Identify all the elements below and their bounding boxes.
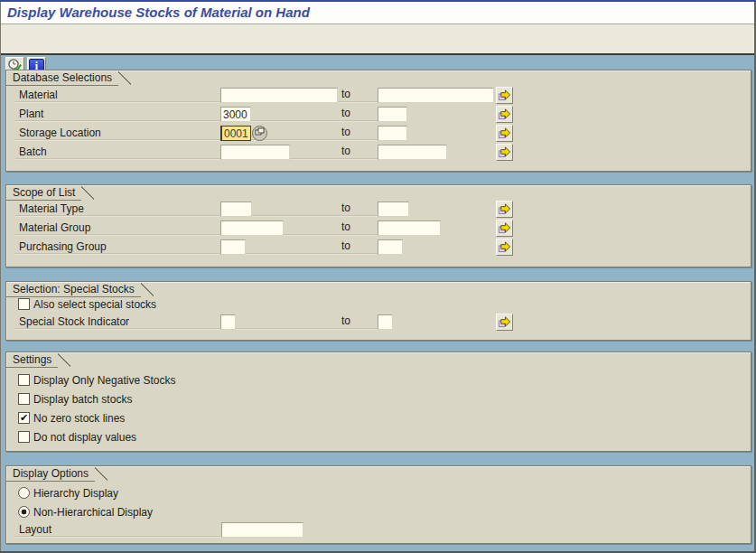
checkbox-label: Also select special stocks [33, 298, 156, 311]
field-row: Batchto [6, 145, 751, 160]
field-row: Hierarchy Display [6, 487, 751, 500]
field-row: Do not display values [6, 431, 751, 444]
checkbox-label: Display Only Negative Stocks [33, 374, 175, 387]
batch-to-input[interactable] [378, 145, 447, 160]
checkbox-label: Display batch stocks [33, 393, 132, 406]
multiple-selection-arrow-icon [498, 220, 511, 237]
group-box-display-options: Display OptionsHierarchy DisplayNon-Hier… [5, 465, 751, 544]
material-multiple-selection-button[interactable] [496, 87, 513, 104]
field-label: Material Group [19, 220, 90, 235]
field-label: Layout [19, 522, 51, 537]
group-tab-diagonal [58, 352, 70, 367]
field-row: Display batch stocks [6, 393, 751, 406]
material-from-input[interactable] [220, 88, 338, 103]
plant-to-input[interactable] [378, 107, 407, 122]
material-group-to-input[interactable] [378, 220, 441, 236]
to-label: to [341, 88, 350, 101]
storage-location-from-input[interactable] [220, 126, 251, 141]
batch-from-input[interactable] [220, 145, 290, 160]
material-group-multiple-selection-button[interactable] [496, 220, 513, 237]
purchasing-group-to-input[interactable] [378, 239, 403, 255]
field-row: ✔No zero stock lines [6, 412, 751, 425]
field-row: Purchasing Groupto [6, 239, 751, 255]
field-label: Storage Location [19, 126, 101, 140]
checkmark-icon: ✔ [20, 412, 28, 423]
field-row: Non-Hierarchical Display [6, 506, 751, 519]
group-title: Database Selections [6, 70, 118, 86]
row-underline [15, 120, 378, 122]
layout-input[interactable] [221, 522, 303, 538]
window-left-edge [0, 2, 1, 553]
storage-location-to-input[interactable] [378, 126, 407, 141]
field-label: Batch [19, 145, 47, 159]
field-label: Material [19, 88, 58, 102]
group-box-scope-of-list: Scope of ListMaterial TypetoMaterial Gro… [5, 184, 751, 267]
group-box-tab: Database Selections [6, 70, 131, 85]
field-label: Material Type [19, 202, 84, 216]
hierarchy-display-radio[interactable] [18, 487, 30, 499]
plant-from-input[interactable] [220, 107, 251, 122]
field-row: Plantto [6, 107, 751, 122]
field-row: Storage Locationto [6, 126, 751, 141]
matchcode-button[interactable] [252, 126, 267, 141]
special-stock-indicator-from-input[interactable] [220, 314, 236, 330]
radio-label: Non-Hierarchical Display [33, 506, 153, 519]
do-not-display-values-checkbox[interactable] [18, 431, 30, 443]
also-select-special-stocks-checkbox[interactable] [18, 298, 30, 310]
to-label: to [341, 202, 350, 215]
field-row: Also select special stocks [6, 298, 751, 311]
checkbox-label: Do not display values [33, 431, 136, 444]
multiple-selection-arrow-icon [498, 107, 511, 123]
field-label: Special Stock Indicator [19, 314, 129, 329]
sap-window: Display Warehouse Stocks of Material on … [0, 0, 756, 553]
purchasing-group-multiple-selection-button[interactable] [496, 239, 513, 256]
checkbox-label: No zero stock lines [33, 412, 125, 425]
group-box-selection-special-stocks: Selection: Special StocksAlso select spe… [5, 281, 751, 341]
material-type-multiple-selection-button[interactable] [496, 201, 513, 218]
to-label: to [341, 107, 350, 120]
row-underline [15, 158, 378, 160]
material-to-input[interactable] [378, 88, 494, 103]
purchasing-group-from-input[interactable] [220, 239, 246, 255]
special-stock-indicator-multiple-selection-button[interactable] [496, 314, 513, 331]
group-title: Scope of List [6, 185, 81, 201]
to-label: to [341, 126, 350, 139]
possible-entries-icon [255, 127, 265, 140]
material-type-to-input[interactable] [378, 202, 409, 217]
to-label: to [341, 314, 350, 328]
multiple-selection-arrow-icon [498, 239, 511, 256]
group-title: Selection: Special Stocks [6, 282, 141, 297]
material-type-from-input[interactable] [220, 202, 252, 217]
title-bar: Display Warehouse Stocks of Material on … [0, 2, 756, 24]
group-box-settings: SettingsDisplay Only Negative StocksDisp… [5, 351, 751, 452]
multiple-selection-arrow-icon [498, 314, 511, 331]
storage-location-multiple-selection-button[interactable] [496, 125, 513, 142]
field-label: Purchasing Group [19, 239, 107, 254]
no-zero-stock-lines-checkbox[interactable]: ✔ [18, 412, 30, 424]
toolbar-separator [0, 53, 756, 55]
non-hierarchical-display-radio[interactable] [18, 506, 30, 518]
group-tab-diagonal [141, 282, 154, 296]
group-box-tab: Settings [6, 352, 70, 367]
group-title: Settings [6, 352, 58, 368]
group-tab-diagonal [81, 185, 94, 200]
group-title: Display Options [6, 466, 95, 482]
display-batch-stocks-checkbox[interactable] [18, 393, 30, 405]
material-group-from-input[interactable] [220, 220, 284, 236]
batch-multiple-selection-button[interactable] [496, 144, 513, 161]
display-only-negative-stocks-checkbox[interactable] [18, 374, 30, 386]
group-tab-diagonal [118, 70, 131, 85]
to-label: to [341, 145, 350, 158]
field-row: Materialto [6, 88, 751, 103]
field-row: Material Groupto [6, 220, 751, 236]
field-label: Plant [19, 107, 43, 121]
plant-multiple-selection-button[interactable] [496, 106, 513, 123]
application-toolbar: i [0, 24, 756, 53]
multiple-selection-arrow-icon [498, 88, 511, 104]
multiple-selection-arrow-icon [498, 126, 511, 142]
special-stock-indicator-to-input[interactable] [378, 314, 393, 330]
field-row: Material Typeto [6, 202, 751, 217]
field-row: Special Stock Indicatorto [6, 314, 751, 330]
group-box-tab: Display Options [6, 466, 107, 481]
group-box-database-selections: Database SelectionsMaterialtoPlanttoStor… [5, 70, 751, 172]
